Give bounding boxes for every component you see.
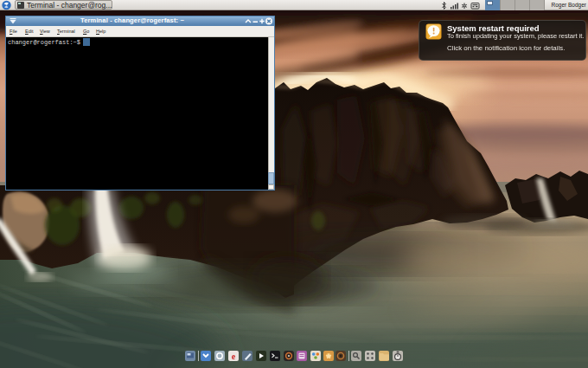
svg-text:e: e [232,352,236,361]
